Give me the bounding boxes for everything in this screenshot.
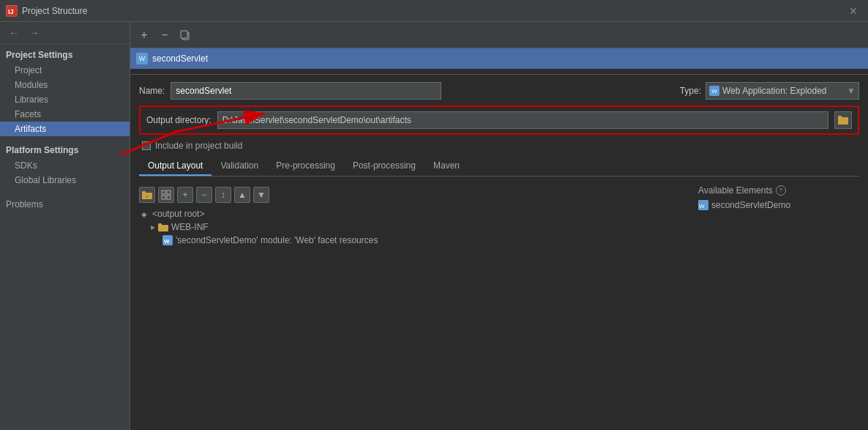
type-select-value: Web Application: Exploded bbox=[722, 86, 827, 96]
svg-text:W: W bbox=[164, 238, 170, 245]
sidebar-item-project[interactable]: Project bbox=[0, 63, 130, 78]
output-dir-browse-button[interactable] bbox=[834, 111, 852, 129]
output-layout-panel: + + − ↕ bbox=[139, 182, 859, 423]
output-dir-label: Output directory: bbox=[146, 115, 212, 125]
svg-rect-7 bbox=[142, 191, 146, 193]
tree-btn-add[interactable]: + bbox=[177, 187, 193, 203]
remove-artifact-button[interactable]: − bbox=[157, 27, 173, 43]
output-root-label: <output root> bbox=[152, 209, 204, 219]
svg-rect-14 bbox=[158, 223, 162, 226]
available-elements-panel: Available Elements ? W secondServletDemo bbox=[698, 185, 859, 423]
module-web-label: 'secondServletDemo' module: 'Web' facet … bbox=[176, 235, 378, 245]
name-label: Name: bbox=[139, 86, 165, 96]
module-icon: W bbox=[698, 200, 708, 210]
platform-settings-header: Platform Settings bbox=[0, 139, 130, 158]
sidebar-item-facets[interactable]: Facets bbox=[0, 107, 130, 122]
nav-toolbar: ← → bbox=[0, 22, 130, 44]
tab-validation[interactable]: Validation bbox=[212, 157, 267, 176]
type-select[interactable]: W Web Application: Exploded ▼ bbox=[706, 82, 859, 100]
svg-rect-12 bbox=[167, 196, 171, 199]
module-web-icon: W bbox=[162, 235, 173, 245]
web-inf-folder-icon bbox=[158, 222, 168, 232]
svg-text:+: + bbox=[146, 194, 149, 199]
type-container: Type: W Web Application: Exploded ▼ bbox=[680, 82, 859, 100]
tabs-bar: Output Layout Validation Pre-processing … bbox=[139, 157, 859, 177]
forward-button[interactable]: → bbox=[26, 26, 42, 40]
tree-toolbar: + + − ↕ bbox=[139, 185, 689, 204]
sidebar-item-sdks[interactable]: SDKs bbox=[0, 158, 130, 173]
tab-post-processing[interactable]: Post-processing bbox=[344, 157, 424, 176]
svg-text:W: W bbox=[699, 203, 705, 210]
back-button[interactable]: ← bbox=[6, 26, 22, 40]
web-inf-expand-icon[interactable]: ▶ bbox=[151, 224, 155, 231]
tree-item-output-root[interactable]: ◈ <output root> bbox=[139, 207, 689, 220]
svg-rect-3 bbox=[181, 31, 187, 38]
svg-rect-10 bbox=[167, 190, 171, 194]
tree-btn-folder[interactable]: + bbox=[139, 187, 155, 203]
tree-content: ◈ <output root> ▶ bbox=[139, 207, 689, 423]
svg-rect-5 bbox=[838, 116, 842, 118]
available-header: Available Elements ? bbox=[698, 185, 859, 196]
tree-area: + + − ↕ bbox=[139, 185, 689, 423]
main-layout: ← → Project Settings Project Modules Lib… bbox=[0, 22, 868, 430]
output-dir-box: Output directory: bbox=[139, 105, 859, 135]
window-title: Project Structure bbox=[22, 6, 87, 16]
title-bar: IJ Project Structure ✕ bbox=[0, 0, 868, 22]
type-dropdown-arrow-icon: ▼ bbox=[847, 86, 856, 96]
web-inf-label: WEB-INF bbox=[171, 222, 209, 232]
sidebar-item-global-libraries[interactable]: Global Libraries bbox=[0, 173, 130, 188]
add-artifact-button[interactable]: + bbox=[136, 27, 152, 43]
tree-item-module-web[interactable]: W 'secondServletDemo' module: 'Web' face… bbox=[139, 234, 689, 247]
tree-btn-sort[interactable]: ↕ bbox=[215, 187, 231, 203]
output-root-icon: ◈ bbox=[139, 209, 149, 219]
detail-panel: Name: Type: W Web Application: Exploded … bbox=[130, 75, 868, 430]
tree-btn-up[interactable]: ▲ bbox=[234, 187, 250, 203]
tree-btn-grid[interactable] bbox=[158, 187, 174, 203]
help-icon[interactable]: ? bbox=[776, 185, 786, 196]
title-bar-left: IJ Project Structure bbox=[6, 5, 87, 17]
available-item-second-servlet-demo[interactable]: W secondServletDemo bbox=[698, 199, 859, 212]
tree-item-web-inf[interactable]: ▶ WEB-INF bbox=[139, 220, 689, 234]
tab-maven[interactable]: Maven bbox=[424, 157, 468, 176]
include-in-build-label: Include in project build bbox=[155, 141, 242, 151]
svg-text:IJ: IJ bbox=[8, 8, 14, 15]
sidebar-item-problems[interactable]: Problems bbox=[0, 193, 130, 212]
available-elements-label: Available Elements bbox=[698, 185, 773, 196]
svg-rect-4 bbox=[838, 117, 848, 125]
tree-btn-down[interactable]: ▼ bbox=[253, 187, 269, 203]
name-input[interactable] bbox=[171, 82, 441, 100]
tree-btn-remove[interactable]: − bbox=[196, 187, 212, 203]
copy-artifact-button[interactable] bbox=[177, 27, 193, 43]
sidebar-item-modules[interactable]: Modules bbox=[0, 78, 130, 92]
project-settings-header: Project Settings bbox=[0, 44, 130, 63]
sidebar-item-libraries[interactable]: Libraries bbox=[0, 92, 130, 107]
include-in-build-checkbox[interactable] bbox=[142, 141, 151, 150]
artifact-icon: W bbox=[136, 53, 148, 64]
sidebar: ← → Project Settings Project Modules Lib… bbox=[0, 22, 130, 430]
tab-pre-processing[interactable]: Pre-processing bbox=[267, 157, 344, 176]
name-type-row: Name: Type: W Web Application: Exploded … bbox=[139, 82, 859, 100]
app-logo: IJ bbox=[6, 5, 18, 17]
content-toolbar: + − bbox=[130, 22, 868, 48]
close-button[interactable]: ✕ bbox=[845, 4, 862, 18]
tab-output-layout[interactable]: Output Layout bbox=[139, 157, 212, 176]
output-dir-input[interactable] bbox=[217, 111, 828, 129]
content-area: + − W secondServlet Name: Ty bbox=[130, 22, 868, 430]
sidebar-item-artifacts[interactable]: Artifacts bbox=[0, 122, 130, 136]
svg-rect-13 bbox=[158, 225, 168, 231]
type-label: Type: bbox=[680, 86, 701, 96]
svg-rect-9 bbox=[162, 190, 165, 194]
artifact-list: W secondServlet bbox=[130, 48, 868, 75]
type-select-icon: W bbox=[709, 86, 719, 96]
svg-rect-11 bbox=[162, 196, 165, 199]
available-item-label: secondServletDemo bbox=[711, 200, 790, 210]
include-in-build-row: Include in project build bbox=[139, 141, 859, 151]
artifact-list-item[interactable]: W secondServlet bbox=[130, 48, 868, 69]
artifact-name: secondServlet bbox=[152, 53, 208, 64]
